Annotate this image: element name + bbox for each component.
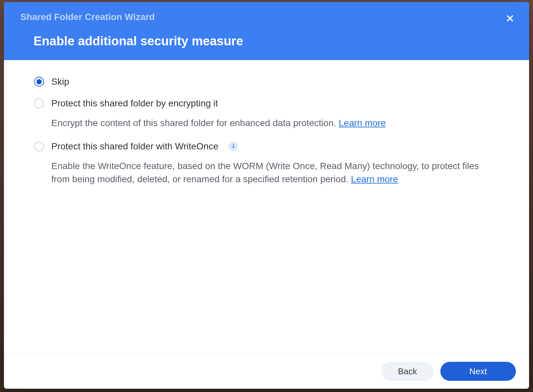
option-writeonce[interactable]: Protect this shared folder with WriteOnc… [34, 141, 499, 152]
backdrop: Shared Folder Creation Wizard Enable add… [0, 0, 533, 392]
next-button[interactable]: Next [440, 362, 516, 381]
close-button[interactable] [504, 12, 516, 24]
info-icon[interactable]: i [229, 142, 238, 151]
wizard-footer: Back Next [4, 354, 529, 389]
option-encrypt-label: Protect this shared folder by encrypting… [51, 98, 218, 109]
back-button[interactable]: Back [381, 362, 434, 381]
option-skip-label: Skip [51, 76, 69, 87]
wizard-window: Shared Folder Creation Wizard Enable add… [4, 2, 529, 389]
writeonce-description-text: Enable the WriteOnce feature, based on t… [51, 161, 479, 185]
encrypt-description-text: Encrypt the content of this shared folde… [51, 118, 339, 128]
option-skip[interactable]: Skip [34, 76, 499, 87]
close-icon [506, 14, 514, 23]
radio-writeonce[interactable] [34, 142, 44, 151]
radio-skip[interactable] [34, 77, 44, 87]
wizard-header: Shared Folder Creation Wizard Enable add… [4, 2, 529, 60]
option-writeonce-description: Enable the WriteOnce feature, based on t… [51, 160, 499, 186]
option-encrypt-description: Encrypt the content of this shared folde… [51, 117, 499, 130]
wizard-title: Shared Folder Creation Wizard [20, 12, 513, 22]
radio-encrypt[interactable] [34, 98, 44, 108]
writeonce-learn-more-link[interactable]: Learn more [351, 174, 398, 184]
encrypt-learn-more-link[interactable]: Learn more [339, 118, 386, 128]
option-writeonce-label: Protect this shared folder with WriteOnc… [51, 141, 218, 152]
wizard-body: Skip Protect this shared folder by encry… [4, 60, 529, 354]
step-title: Enable additional security measure [34, 34, 513, 48]
option-encrypt[interactable]: Protect this shared folder by encrypting… [34, 98, 499, 109]
